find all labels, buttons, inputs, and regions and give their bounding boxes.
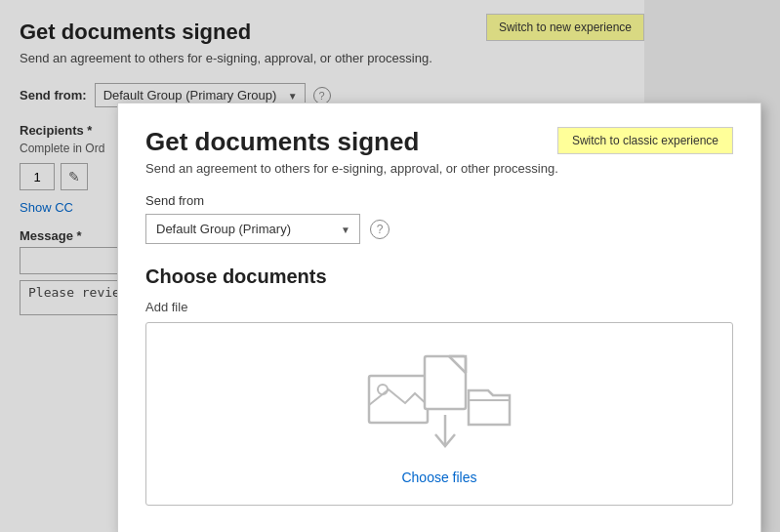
svg-point-1 <box>378 385 388 394</box>
modal-send-from-label: Send from <box>145 193 733 208</box>
choose-documents-title: Choose documents <box>145 266 733 288</box>
modal-header-row: Get documents signed Switch to classic e… <box>145 127 733 157</box>
modal-send-from-select-wrapper[interactable]: Default Group (Primary) <box>145 214 360 244</box>
add-file-label: Add file <box>145 300 733 314</box>
file-icons-row <box>361 347 517 454</box>
file-drop-zone[interactable]: Choose files <box>145 322 733 506</box>
modal-subtitle: Send an agreement to others for e-signin… <box>145 161 733 176</box>
modal-title: Get documents signed <box>145 127 419 157</box>
modal-help-icon[interactable]: ? <box>370 220 390 239</box>
upload-illustration <box>361 347 517 454</box>
svg-rect-2 <box>425 356 466 409</box>
choose-files-link[interactable]: Choose files <box>401 470 476 485</box>
modal-send-from-row: Default Group (Primary) ? <box>145 214 733 244</box>
switch-to-classic-experience-button[interactable]: Switch to classic experience <box>557 127 733 154</box>
get-documents-signed-modal: Get documents signed Switch to classic e… <box>117 102 761 532</box>
modal-send-from-select[interactable]: Default Group (Primary) <box>145 214 360 244</box>
